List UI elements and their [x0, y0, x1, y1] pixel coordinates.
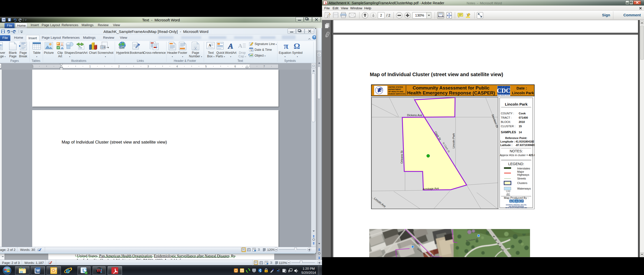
svg-text:Lincoln Park: Lincoln Park	[512, 91, 534, 95]
svg-text:A: A	[228, 42, 233, 50]
svg-text:DEPARTMENT: DEPARTMENT	[388, 88, 401, 90]
svg-text:14: 14	[519, 131, 522, 134]
svg-text:π: π	[284, 41, 289, 51]
svg-text:CDC: CDC	[497, 87, 510, 94]
svg-text:6: 6	[234, 65, 236, 68]
svg-text:4: 4	[176, 65, 178, 68]
svg-text:W: W	[36, 268, 40, 272]
svg-text:1: 1	[32, 65, 34, 68]
svg-text:S: S	[519, 200, 520, 202]
svg-text:A: A	[209, 43, 211, 47]
svg-text:P: P	[521, 200, 523, 202]
svg-text:130%: 130%	[415, 13, 424, 17]
svg-text:OF HEALTH AND: OF HEALTH AND	[388, 90, 404, 93]
svg-text:Streets: Streets	[517, 177, 526, 180]
svg-text:O: O	[241, 269, 243, 272]
svg-text:Miles: Miles	[506, 194, 510, 196]
svg-text:COUNTY :: COUNTY :	[501, 112, 514, 115]
svg-text:0.003: 0.003	[506, 190, 510, 192]
svg-text:BLOCK:: BLOCK:	[501, 120, 511, 123]
svg-text:Lincoln Park: Lincoln Park	[452, 133, 455, 148]
svg-text:Highways: Highways	[517, 173, 529, 176]
svg-text:Community Assessment for Publi: Community Assessment for Public	[413, 85, 490, 90]
svg-text:Major: Major	[517, 170, 524, 173]
svg-text:2010: 2010	[519, 120, 525, 123]
svg-text:Latitude : -87.6371030669: Latitude : -87.6371030669	[500, 144, 535, 147]
svg-text:Cook: Cook	[519, 112, 526, 115]
svg-text:NOTES:: NOTES:	[510, 149, 523, 153]
svg-text:Interstates: Interstates	[517, 167, 530, 170]
svg-text:Waterways: Waterways	[517, 187, 531, 190]
svg-text:Approx HUs in cluster = 423.0: Approx HUs in cluster = 423.0	[500, 154, 535, 157]
svg-text:/ 2: / 2	[386, 13, 390, 17]
svg-text:Reference Point:: Reference Point:	[505, 136, 527, 140]
svg-text:3: 3	[147, 65, 149, 68]
svg-text:Dickens Ave: Dickens Ave	[407, 114, 422, 117]
svg-text:e: e	[66, 267, 70, 275]
svg-text:5: 5	[250, 49, 252, 51]
svg-text:15: 15	[519, 125, 522, 128]
svg-text:Orleans St: Orleans St	[400, 151, 403, 164]
svg-text:G: G	[510, 200, 512, 202]
svg-text:071400: 071400	[519, 116, 528, 119]
svg-text:HUMAN SERVICES: HUMAN SERVICES	[388, 93, 405, 95]
svg-text:A: A	[238, 42, 243, 49]
svg-text:7: 7	[263, 65, 265, 68]
svg-text:SAFER · HEALTHIER · PEOPLE™: SAFER · HEALTHIER · PEOPLE™	[498, 95, 510, 96]
svg-text:TRACT :: TRACT :	[501, 116, 512, 119]
svg-text:Ω: Ω	[294, 41, 300, 51]
svg-text:#: #	[195, 47, 196, 50]
svg-text:DIV OF HEALTH STUDIES ATSDR, C: DIV OF HEALTH STUDIES ATSDR, CDC	[505, 207, 527, 208]
svg-text:A: A	[516, 200, 517, 202]
svg-text:Clusters: Clusters	[517, 181, 528, 185]
svg-text:GEOSPATIAL RESEARCH, ANALYSIS,: GEOSPATIAL RESEARCH, ANALYSIS,	[506, 204, 527, 206]
svg-text:2: 2	[380, 13, 382, 17]
svg-text:2: 2	[118, 65, 120, 68]
svg-text:SAMPLES: SAMPLES	[501, 130, 516, 134]
svg-text:5: 5	[205, 65, 207, 68]
svg-text:UNITED STATES: UNITED STATES	[388, 86, 403, 88]
svg-text:Lincoln Park: Lincoln Park	[505, 102, 528, 106]
svg-text:Health Emergency Response (CAS: Health Emergency Response (CASPER)	[407, 90, 495, 96]
svg-text:CLUSTER :: CLUSTER :	[501, 125, 515, 128]
svg-text:1: 1	[89, 65, 91, 68]
svg-text:Longitude : 41.9191804182: Longitude : 41.9191804182	[500, 140, 534, 143]
svg-text:Date :: Date :	[516, 86, 527, 90]
svg-text:LEGEND:: LEGEND:	[508, 162, 524, 166]
